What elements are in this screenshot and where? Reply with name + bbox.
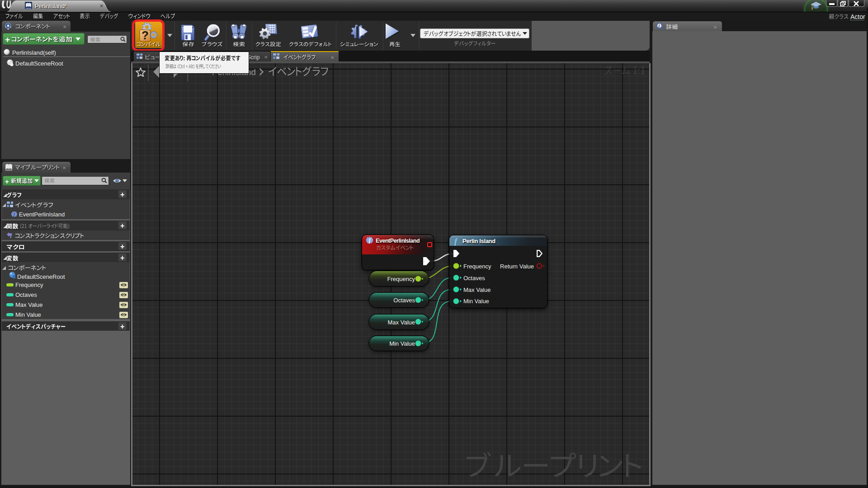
svg-text:i: i bbox=[659, 23, 660, 28]
svg-text:f: f bbox=[10, 232, 13, 238]
